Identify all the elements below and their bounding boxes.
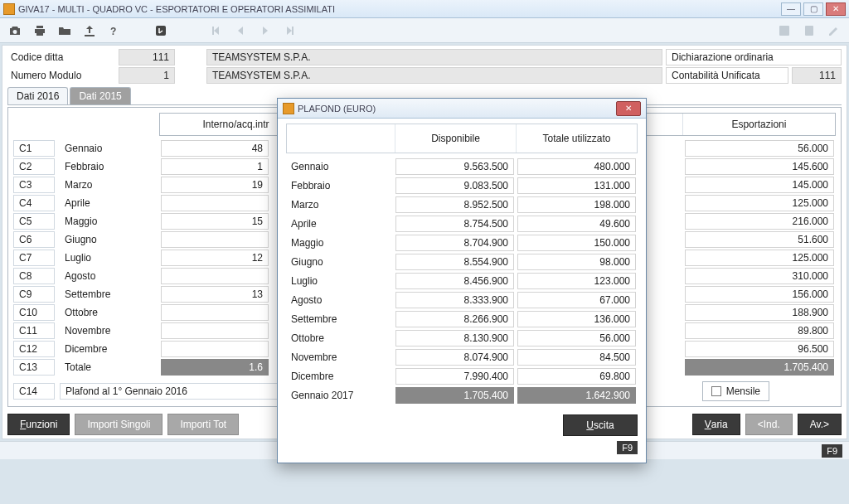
disponibile-cell[interactable]: 8.266.900 bbox=[395, 311, 514, 327]
disponibile-cell[interactable]: 8.130.900 bbox=[395, 330, 514, 346]
interno-cell[interactable] bbox=[161, 304, 269, 321]
mensile-checkbox[interactable]: Mensile bbox=[702, 381, 769, 401]
utilizzato-cell[interactable]: 198.000 bbox=[517, 196, 636, 213]
folder-icon[interactable] bbox=[55, 21, 75, 41]
disponibile-cell[interactable]: 9.083.500 bbox=[395, 177, 514, 194]
nav-prev-icon[interactable] bbox=[230, 21, 250, 41]
clipboard-icon[interactable] bbox=[799, 21, 819, 41]
disponibile-cell[interactable]: 1.705.400 bbox=[395, 387, 514, 404]
funzioni-button[interactable]: Funzioni bbox=[7, 414, 70, 435]
upload-icon[interactable] bbox=[80, 21, 99, 41]
disponibile-cell[interactable]: 8.554.900 bbox=[395, 254, 514, 270]
dialog-hcol-disponibile: Disponibile bbox=[395, 124, 516, 153]
interno-cell[interactable]: 48 bbox=[161, 140, 269, 157]
export-cell[interactable]: 310.000 bbox=[685, 268, 834, 284]
export-cell[interactable]: 96.500 bbox=[685, 341, 834, 357]
utilizzato-cell[interactable]: 98.000 bbox=[517, 254, 636, 270]
utilizzato-cell[interactable]: 67.000 bbox=[517, 292, 636, 308]
disponibile-cell[interactable]: 8.333.900 bbox=[395, 292, 514, 308]
disponibile-cell[interactable]: 8.704.900 bbox=[395, 235, 514, 251]
dialog-month-cell: Giugno bbox=[286, 254, 394, 269]
tab-dati-2016[interactable]: Dati 2016 bbox=[7, 87, 68, 104]
pdf-icon[interactable] bbox=[774, 21, 794, 41]
interno-cell[interactable]: 12 bbox=[161, 250, 269, 266]
disponibile-cell[interactable]: 7.990.400 bbox=[395, 368, 514, 385]
export-cell[interactable]: 216.000 bbox=[685, 213, 834, 230]
utilizzato-cell[interactable]: 1.642.900 bbox=[517, 387, 636, 404]
disponibile-cell[interactable]: 9.563.500 bbox=[395, 158, 514, 175]
ind-button[interactable]: <Ind. bbox=[745, 414, 793, 435]
dialog-month-cell: Gennaio bbox=[286, 159, 394, 174]
export-cell[interactable]: 56.000 bbox=[685, 140, 834, 157]
nav-next-icon[interactable] bbox=[255, 21, 275, 41]
dialog-row: Novembre8.074.90084.500 bbox=[286, 347, 638, 366]
camera-icon[interactable] bbox=[5, 21, 25, 41]
dialog-row: Ottobre8.130.90056.000 bbox=[286, 328, 638, 347]
tab-dati-2015[interactable]: Dati 2015 bbox=[70, 87, 130, 104]
export-cell[interactable]: 89.800 bbox=[685, 322, 834, 339]
disponibile-cell[interactable]: 8.754.500 bbox=[395, 216, 514, 232]
interno-cell[interactable] bbox=[161, 231, 269, 248]
utilizzato-cell[interactable]: 49.600 bbox=[517, 216, 636, 232]
month-cell: Dicembre bbox=[60, 342, 159, 356]
export-cell[interactable]: 188.900 bbox=[685, 304, 834, 321]
dialog-row: Maggio8.704.900150.000 bbox=[286, 233, 638, 252]
nav-last-icon[interactable] bbox=[280, 21, 300, 41]
interno-cell[interactable]: 1.6 bbox=[161, 359, 269, 376]
utilizzato-cell[interactable]: 123.000 bbox=[517, 273, 636, 289]
print-icon[interactable] bbox=[30, 21, 50, 41]
disponibile-cell[interactable]: 8.952.500 bbox=[395, 196, 514, 213]
export-cell[interactable]: 125.000 bbox=[685, 250, 834, 266]
utilizzato-cell[interactable]: 84.500 bbox=[517, 349, 636, 366]
interno-cell[interactable]: 1 bbox=[161, 158, 269, 175]
edit-icon[interactable] bbox=[824, 21, 844, 41]
minimize-button[interactable]: — bbox=[781, 2, 801, 16]
utilizzato-cell[interactable]: 69.800 bbox=[517, 368, 636, 385]
export-cell[interactable]: 156.000 bbox=[685, 286, 834, 303]
interno-cell[interactable] bbox=[161, 195, 269, 211]
uscita-button[interactable]: Uscita bbox=[563, 414, 638, 436]
month-cell: Gennaio bbox=[60, 141, 159, 156]
dialog-row: Gennaio9.563.500480.000 bbox=[286, 157, 638, 176]
interno-cell[interactable] bbox=[161, 268, 269, 284]
dialog-month-cell: Ottobre bbox=[286, 331, 394, 346]
nav-first-icon[interactable] bbox=[206, 21, 226, 41]
interno-cell[interactable] bbox=[161, 341, 269, 357]
disponibile-cell[interactable]: 8.074.900 bbox=[395, 349, 514, 366]
numero-value[interactable]: 1 bbox=[119, 67, 175, 84]
utilizzato-cell[interactable]: 131.000 bbox=[517, 177, 636, 194]
interno-cell[interactable]: 13 bbox=[161, 286, 269, 303]
status-key: F9 bbox=[822, 444, 842, 458]
main-toolbar: ? bbox=[0, 18, 849, 43]
utilizzato-cell[interactable]: 136.000 bbox=[517, 311, 636, 327]
av-button[interactable]: Av.> bbox=[798, 414, 842, 435]
importi-singoli-button[interactable]: Importi Singoli bbox=[75, 414, 163, 435]
interno-cell[interactable] bbox=[161, 322, 269, 339]
varia-button[interactable]: Varia bbox=[692, 414, 740, 435]
interno-cell[interactable]: 19 bbox=[161, 177, 269, 193]
month-cell: Agosto bbox=[60, 269, 159, 284]
interno-cell[interactable]: 15 bbox=[161, 213, 269, 230]
utilizzato-cell[interactable]: 480.000 bbox=[517, 158, 636, 175]
export-cell[interactable]: 145.600 bbox=[685, 158, 834, 175]
disponibile-cell[interactable]: 8.456.900 bbox=[395, 273, 514, 289]
help-icon[interactable]: ? bbox=[104, 21, 124, 41]
export-cell[interactable]: 51.600 bbox=[685, 231, 834, 248]
export-cell[interactable]: 125.000 bbox=[685, 195, 834, 211]
dialog-key: F9 bbox=[617, 441, 638, 454]
dialog-month-cell: Gennaio 2017 bbox=[286, 388, 394, 403]
dialog-close-button[interactable]: ✕ bbox=[616, 101, 641, 116]
codice-value[interactable]: 111 bbox=[119, 49, 175, 65]
dialog-hcol-month bbox=[287, 124, 395, 153]
month-cell: Novembre bbox=[60, 323, 159, 338]
return-icon[interactable] bbox=[151, 21, 171, 41]
importi-tot-button[interactable]: Importi Tot bbox=[167, 414, 239, 435]
export-cell[interactable]: 145.000 bbox=[685, 177, 834, 193]
export-cell[interactable]: 1.705.400 bbox=[685, 359, 834, 376]
code-cell: C13 bbox=[13, 359, 55, 376]
utilizzato-cell[interactable]: 150.000 bbox=[517, 235, 636, 251]
cont-value: 111 bbox=[792, 67, 842, 84]
maximize-button[interactable]: ▢ bbox=[803, 2, 823, 16]
close-button[interactable]: ✕ bbox=[826, 2, 846, 16]
utilizzato-cell[interactable]: 56.000 bbox=[517, 330, 636, 346]
